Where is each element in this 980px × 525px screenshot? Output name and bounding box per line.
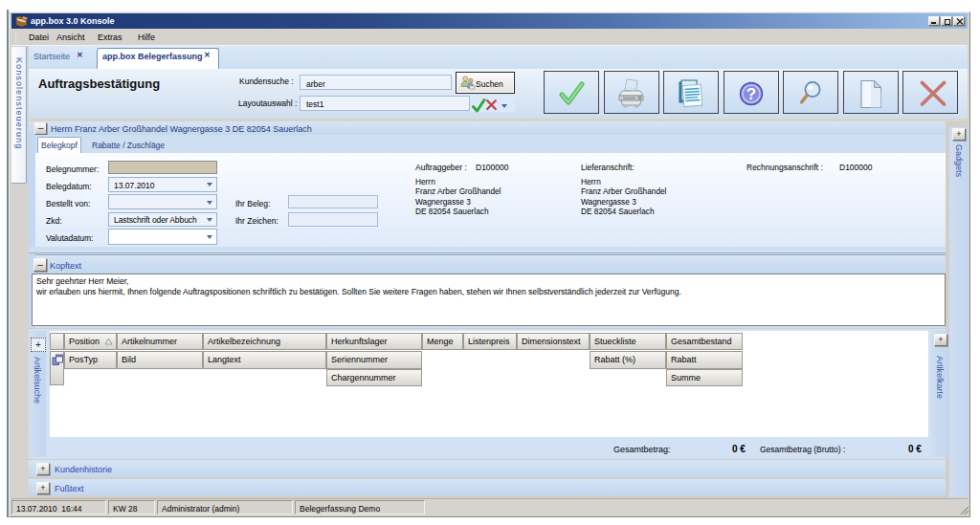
svg-text:?: ? (746, 85, 755, 103)
